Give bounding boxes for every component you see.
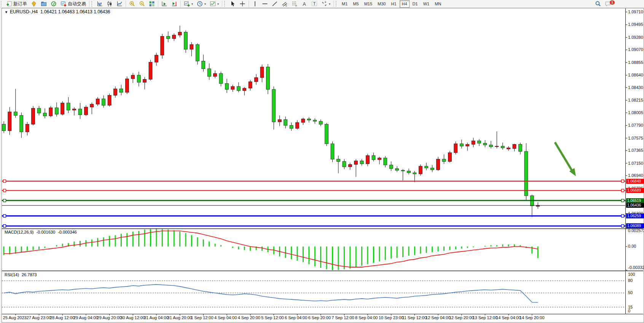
candle — [196, 43, 199, 65]
candle — [313, 118, 317, 124]
low-value: 1.06413 — [76, 9, 92, 14]
candle — [237, 82, 240, 92]
candle — [149, 60, 152, 80]
candle — [61, 101, 64, 115]
candle — [155, 53, 158, 66]
chart-ohlc-title: ▼EURUSD-,H4 1.06421 1.06463 1.06413 1.06… — [5, 9, 110, 14]
candle — [137, 72, 140, 86]
candle — [442, 154, 446, 164]
candle — [143, 77, 147, 89]
candle — [513, 144, 516, 151]
candle — [43, 108, 46, 118]
candle — [372, 153, 375, 161]
candle — [519, 143, 522, 154]
candle — [166, 32, 170, 42]
down-arrow-annotation — [555, 142, 576, 176]
candle — [389, 161, 393, 171]
candle — [460, 140, 463, 148]
support-line-blue-2 — [2, 224, 625, 227]
candle — [102, 95, 105, 108]
candle — [214, 70, 217, 78]
candle — [407, 169, 411, 175]
candle — [32, 106, 35, 126]
candle — [178, 25, 182, 37]
candle — [278, 115, 281, 126]
candle — [348, 163, 352, 170]
rsi-title: RSI(14) — [5, 272, 19, 277]
candle — [290, 123, 293, 131]
candle — [343, 159, 346, 169]
candle — [466, 143, 469, 151]
symbol-period-label: EURUSD-,H4 — [10, 9, 38, 14]
candle — [272, 86, 276, 129]
candle — [190, 42, 193, 56]
rsi-value: 26.7873 — [22, 272, 37, 277]
candlestick-series — [2, 25, 540, 217]
candle — [55, 102, 58, 116]
candle — [489, 141, 493, 148]
candle — [366, 154, 370, 166]
macd-title: MACD(12,26,9) — [5, 230, 33, 234]
candle — [219, 72, 223, 86]
candle — [207, 64, 211, 80]
candle — [430, 165, 434, 172]
candle — [478, 139, 481, 146]
resistance-line-1 — [2, 180, 625, 183]
candle — [260, 65, 264, 83]
candle — [184, 30, 188, 53]
macd-signal-value: -0.000346 — [58, 230, 77, 234]
candle — [395, 166, 399, 172]
candle — [202, 54, 205, 72]
candle — [284, 116, 287, 128]
candle — [90, 102, 94, 114]
candle — [301, 118, 305, 125]
candle — [354, 159, 358, 177]
mt4-application: 新订单自动交易▾▾▾EFAT▾M1M5M15M30H1H4D1W1MN1 1.0… — [0, 0, 644, 323]
candle — [401, 169, 405, 181]
open-value: 1.06421 — [40, 9, 57, 14]
candle — [530, 194, 534, 217]
candle — [454, 142, 457, 154]
window-menu-icon[interactable]: ▼ — [5, 10, 8, 14]
candle — [225, 79, 229, 93]
rsi-line — [4, 285, 538, 302]
candle — [495, 131, 499, 148]
candle — [325, 123, 328, 146]
chart-canvas[interactable] — [0, 0, 644, 323]
candle — [120, 85, 123, 95]
candle — [437, 157, 440, 171]
macd-histogram — [4, 228, 538, 270]
candle — [384, 156, 387, 168]
candle — [172, 33, 176, 41]
candle — [14, 89, 17, 118]
candle — [67, 97, 70, 113]
candle — [114, 86, 117, 98]
candle — [49, 106, 53, 118]
candle — [108, 94, 111, 107]
candle — [96, 97, 99, 106]
candle — [378, 157, 381, 164]
macd-main-value: -0.001630 — [36, 230, 55, 234]
candle — [413, 171, 416, 182]
candle — [331, 142, 334, 162]
candle — [26, 122, 29, 135]
candle — [425, 163, 428, 170]
candle — [319, 119, 322, 126]
candle — [231, 85, 234, 92]
candle — [255, 74, 258, 85]
candle — [78, 103, 82, 119]
close-value: 1.06436 — [94, 9, 110, 14]
candle — [507, 146, 510, 151]
candle — [483, 140, 487, 148]
candle — [472, 138, 475, 147]
rsi-label: RSI(14) 26.7873 — [5, 272, 38, 277]
candle — [524, 143, 528, 200]
candle — [131, 73, 135, 83]
candle — [84, 105, 88, 116]
candle — [360, 159, 363, 165]
candle — [243, 87, 246, 95]
candle — [73, 107, 76, 116]
candle — [20, 113, 23, 138]
macd-label: MACD(12,26,9) -0.001630 -0.000346 — [5, 230, 78, 234]
candle — [8, 107, 11, 135]
